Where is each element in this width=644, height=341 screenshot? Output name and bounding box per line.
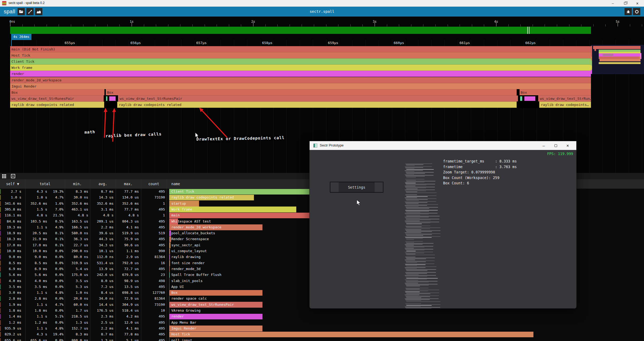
flame-span-row[interactable]: main (Did Not Finish)	[10, 46, 591, 52]
table-row[interactable]: 829.2 us4.3 s19.4%8.3 ms8.7 ms77.8 ms495…	[0, 331, 644, 337]
minimap-strip	[639, 57, 640, 59]
open-file-button[interactable]	[18, 8, 25, 15]
minimap-strip	[591, 46, 592, 57]
cell-self: 1.4 ms	[0, 314, 21, 318]
cell-total: 9.0 ms	[25, 255, 47, 259]
flame-span-label: Box	[107, 89, 113, 96]
name-duration-bar	[169, 296, 169, 302]
sectr-maximize-button[interactable]	[550, 141, 562, 150]
close-button[interactable]: ×	[631, 0, 643, 7]
flame-span-row[interactable]: render_mode_2d_workspace	[10, 77, 591, 83]
cell-count: 81364	[141, 296, 165, 300]
main-titlebar[interactable]: sectr.spall - spall beta 0.2 — ×	[0, 0, 644, 7]
record-button[interactable]	[633, 8, 640, 15]
table-row[interactable]: 1.8 ms1.8 ms0.0%1.7 us176.5 us518.4 us10…	[0, 308, 644, 314]
cell-max: 518.4 us	[116, 308, 139, 312]
column-header-self[interactable]: self ▼	[0, 182, 25, 186]
cell-self: 6.9 ms	[0, 267, 21, 271]
code-preview-line	[405, 187, 435, 187]
flame-span-label: Box	[521, 89, 527, 96]
cell-self: 829.2 us	[0, 332, 21, 336]
cell-pct: 0.1%	[48, 243, 63, 247]
code-preview-line	[406, 290, 439, 290]
flame-span-row[interactable]: Imgui Render	[10, 83, 591, 89]
table-row[interactable]: 935.9 us1.1 s4.8%152.7 us2.2 ms4.1 ms495…	[0, 326, 644, 331]
name-duration-bar	[169, 248, 170, 254]
ruler-tick	[435, 24, 436, 26]
cell-self: 5.6 ms	[0, 273, 21, 277]
cell-total: 1.1 s	[25, 314, 47, 318]
flame-span-label: Box	[11, 89, 18, 96]
column-header-name[interactable]: name	[167, 182, 246, 186]
measure-tool-button[interactable]	[26, 8, 34, 15]
flame-span-row[interactable]: Work frame	[10, 65, 591, 71]
cell-max: 77.7 ms	[116, 207, 139, 211]
cell-max: 5.1 us	[116, 338, 139, 341]
cell-self: 3.0 ms	[0, 291, 21, 295]
sectr-close-button[interactable]: ×	[562, 141, 574, 150]
trace-overview-bar[interactable]	[10, 27, 591, 34]
code-preview-line	[406, 255, 435, 255]
column-header-avg[interactable]: avg.	[90, 182, 116, 186]
flame-span-row[interactable]: render	[10, 71, 591, 77]
code-preview-line	[405, 241, 423, 242]
table-row[interactable]: 655.6 us655.6 us0.0%860.0 ns1.3 us5.1 us…	[0, 338, 644, 341]
flame-span-small[interactable]	[109, 96, 116, 101]
maximize-button[interactable]	[619, 0, 631, 7]
measure-icon	[28, 10, 32, 14]
column-header-count[interactable]: count	[141, 182, 167, 186]
code-preview-line	[406, 277, 418, 278]
flame-span-small[interactable]	[524, 96, 536, 101]
cell-self: 4.0 ms	[0, 279, 21, 283]
cell-name: render	[171, 314, 184, 318]
flame-span-row[interactable]: raylib draw codepoints relatedraylib dra…	[10, 102, 591, 108]
us-ruler-label: 658μs	[262, 41, 272, 45]
cell-total: 1.1 s	[25, 326, 47, 330]
cell-pct: 21.5%	[48, 213, 63, 217]
flame-span-row[interactable]: BoxBoxBox	[10, 89, 591, 96]
us-ruler-label: 660μs	[394, 41, 404, 45]
table-row[interactable]: 1.2 ms1.2 ms0.0%1.3 us2.5 us12.0 us495Ap…	[0, 320, 644, 326]
flame-span-row[interactable]: Host Tick	[10, 52, 591, 58]
ruler-tick	[277, 24, 278, 26]
ruler-tick	[569, 24, 569, 26]
cell-min: 22.7 us	[65, 243, 88, 247]
code-preview-line	[405, 225, 440, 225]
cell-name: main	[171, 213, 180, 217]
flame-gap	[517, 101, 539, 108]
code-preview-line	[406, 274, 419, 275]
panel-toggle-button[interactable]	[11, 174, 15, 179]
ruler-tick	[605, 24, 606, 26]
minimize-button[interactable]: —	[607, 0, 619, 7]
cell-min: 290.0 ns	[65, 249, 88, 253]
flame-span-row[interactable]: ws_view_draw_text_StrRunesPairws_view_dr…	[10, 96, 591, 102]
cell-pct: 0.1%	[48, 237, 63, 241]
sectr-prototype-window[interactable]: Sectr Prototype — × FPS: 119.999 frameti…	[309, 141, 577, 308]
table-row[interactable]: 1.4 ms1.1 s5.1%218.5 us2.3 ms4.2 ms495re…	[0, 314, 644, 319]
cell-total: 21.9 ms	[25, 237, 47, 241]
settings-button[interactable]: Settings	[330, 182, 383, 193]
debug-button[interactable]	[625, 8, 632, 15]
sectr-minimize-button[interactable]: —	[538, 141, 550, 150]
flame-span-label: render_mode_2d_workspace	[11, 77, 62, 83]
ruler-tick	[83, 24, 83, 26]
code-preview-line	[405, 302, 440, 303]
flame-gap	[104, 89, 106, 96]
code-preview-line	[406, 172, 434, 173]
histogram-button[interactable]	[35, 8, 42, 15]
code-preview-line	[405, 253, 424, 253]
cell-max: 13.5 us	[116, 285, 139, 289]
flame-span-small[interactable]	[520, 96, 523, 101]
ruler-tick	[350, 24, 351, 26]
column-header-total[interactable]: total	[25, 182, 65, 186]
flame-span-row[interactable]: Client Tick	[10, 58, 591, 65]
name-duration-bar	[169, 332, 533, 338]
grid-view-button[interactable]	[2, 174, 6, 179]
sectr-titlebar[interactable]: Sectr Prototype — ×	[310, 141, 576, 150]
cell-max: 4.8 s	[116, 213, 139, 217]
column-header-min[interactable]: min.	[65, 182, 90, 186]
column-header-max[interactable]: max.	[116, 182, 141, 186]
code-preview-line	[405, 195, 417, 195]
code-preview-line	[406, 220, 431, 220]
flame-span-small[interactable]	[106, 96, 108, 101]
